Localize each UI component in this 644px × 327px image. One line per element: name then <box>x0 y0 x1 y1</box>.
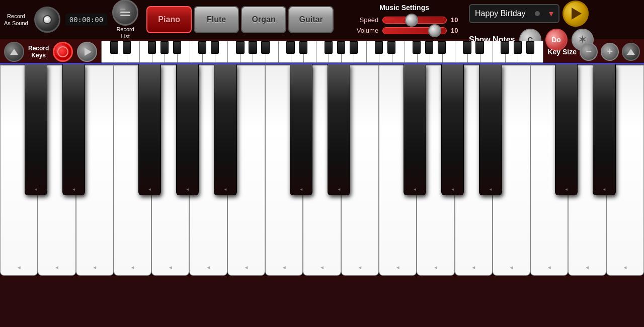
mini-white-key[interactable] <box>480 41 493 62</box>
mini-white-key[interactable] <box>228 41 240 62</box>
black-piano-key[interactable]: ◄ <box>214 64 236 195</box>
black-key-arrow-icon: ◄ <box>451 187 455 192</box>
mini-white-key[interactable] <box>240 41 253 62</box>
mini-white-key[interactable] <box>418 41 430 62</box>
black-piano-key[interactable]: ◄ <box>25 64 47 195</box>
second-bar: Record Keys <box>0 40 644 64</box>
record-knob[interactable] <box>34 7 60 33</box>
black-piano-key[interactable]: ◄ <box>176 64 199 195</box>
mini-white-key[interactable] <box>152 41 165 62</box>
mini-white-key[interactable] <box>367 41 379 62</box>
play-small-icon <box>85 48 92 56</box>
mini-white-key[interactable] <box>405 41 418 62</box>
white-key-arrow-icon: ◄ <box>54 265 59 270</box>
mini-white-key[interactable] <box>392 41 405 62</box>
speed-thumb[interactable] <box>405 14 418 27</box>
piano-area: ◄◄◄◄◄◄◄◄◄◄◄◄◄◄◄◄◄◄◄◄◄◄◄◄◄◄◄◄◄ <box>0 64 644 276</box>
guitar-button[interactable]: Guitar <box>288 6 334 33</box>
mini-white-key[interactable] <box>316 41 329 62</box>
volume-thumb[interactable] <box>428 24 441 37</box>
black-piano-key[interactable]: ◄ <box>290 64 312 195</box>
mini-white-key[interactable] <box>266 41 279 62</box>
piano-button[interactable]: Piano <box>146 6 192 33</box>
mini-white-key[interactable] <box>342 41 354 62</box>
piano-keyboard: ◄◄◄◄◄◄◄◄◄◄◄◄◄◄◄◄◄◄◄◄◄◄◄◄◄◄◄◄◄ <box>0 64 644 276</box>
speed-slider-row: Speed 10 <box>346 16 463 24</box>
black-piano-key[interactable]: ◄ <box>441 64 464 195</box>
white-key-arrow-icon: ◄ <box>509 265 514 270</box>
mini-white-key[interactable] <box>279 41 291 62</box>
mini-white-key[interactable] <box>178 41 190 62</box>
black-key-arrow-icon: ◄ <box>602 187 606 192</box>
volume-value: 10 <box>451 27 463 34</box>
music-settings-section: Music Settings Speed 10 Volume 10 <box>340 4 469 36</box>
white-key-arrow-icon: ◄ <box>547 265 552 270</box>
mini-white-key[interactable] <box>455 41 468 62</box>
mini-white-key[interactable] <box>468 41 480 62</box>
up-arrow-icon <box>10 49 18 55</box>
record-as-sound-label: Record As Sound <box>4 13 28 27</box>
mini-white-key[interactable] <box>493 41 506 62</box>
record-list-button[interactable] <box>112 0 138 26</box>
mini-white-keys <box>102 41 543 62</box>
key-size-up-button[interactable] <box>622 43 640 61</box>
mini-white-key[interactable] <box>127 41 140 62</box>
list-icon <box>120 9 130 16</box>
mini-white-key[interactable] <box>443 41 455 62</box>
white-key-arrow-icon: ◄ <box>92 265 97 270</box>
white-key-arrow-icon: ◄ <box>168 265 173 270</box>
flute-button[interactable]: Flute <box>194 6 239 33</box>
mini-white-key[interactable] <box>190 41 203 62</box>
mini-white-key[interactable] <box>304 41 316 62</box>
mini-white-key[interactable] <box>291 41 304 62</box>
play-keys-button[interactable] <box>77 42 97 62</box>
mini-white-key[interactable] <box>253 41 266 62</box>
scroll-up-button[interactable] <box>4 42 24 62</box>
mini-white-key[interactable] <box>379 41 392 62</box>
mini-white-key[interactable] <box>114 41 127 62</box>
mini-white-key[interactable] <box>354 41 367 62</box>
white-key-arrow-icon: ◄ <box>395 265 400 270</box>
black-piano-key[interactable]: ◄ <box>404 64 426 195</box>
play-button[interactable] <box>562 1 589 27</box>
black-piano-key[interactable]: ◄ <box>138 64 161 195</box>
key-size-label: Key Size <box>547 48 577 56</box>
black-key-arrow-icon: ◄ <box>337 187 341 192</box>
mini-white-key[interactable] <box>140 41 152 62</box>
white-key-arrow-icon: ◄ <box>622 265 627 270</box>
mini-piano-keyboard <box>101 41 543 63</box>
white-key-arrow-icon: ◄ <box>319 265 325 270</box>
key-size-decrease-button[interactable]: − <box>580 43 598 61</box>
mini-white-key[interactable] <box>165 41 178 62</box>
key-size-increase-button[interactable]: + <box>601 43 619 61</box>
black-piano-key[interactable]: ◄ <box>479 64 502 195</box>
top-bar: Record As Sound 00:00:00 Record List Pia… <box>0 0 644 40</box>
song-selector[interactable]: Happy Birtday ▾ <box>469 4 559 23</box>
black-piano-key[interactable]: ◄ <box>593 64 615 195</box>
black-key-arrow-icon: ◄ <box>186 187 190 192</box>
song-title: Happy Birtday <box>475 9 526 18</box>
black-piano-key[interactable]: ◄ <box>62 64 85 195</box>
mini-white-key[interactable] <box>430 41 443 62</box>
white-key-arrow-icon: ◄ <box>357 265 362 270</box>
mini-white-key[interactable] <box>531 41 543 62</box>
mini-white-key[interactable] <box>329 41 342 62</box>
speed-label: Speed <box>346 16 378 24</box>
dropdown-arrow-icon: ▾ <box>549 8 553 19</box>
mini-white-key[interactable] <box>215 41 228 62</box>
record-keys-label: Record Keys <box>28 45 49 59</box>
instrument-buttons: Piano Flute Organ Guitar <box>146 6 334 33</box>
volume-label: Volume <box>346 27 378 34</box>
black-key-arrow-icon: ◄ <box>299 187 303 192</box>
mini-white-key[interactable] <box>203 41 215 62</box>
volume-slider[interactable] <box>382 27 447 34</box>
organ-button[interactable]: Organ <box>241 6 286 33</box>
black-piano-key[interactable]: ◄ <box>555 64 578 195</box>
black-piano-key[interactable]: ◄ <box>328 64 350 195</box>
speed-slider[interactable] <box>382 17 447 24</box>
mini-white-key[interactable] <box>102 41 114 62</box>
black-key-arrow-icon: ◄ <box>413 187 417 192</box>
mini-white-key[interactable] <box>518 41 531 62</box>
mini-white-key[interactable] <box>506 41 518 62</box>
record-keys-button[interactable] <box>53 42 73 62</box>
